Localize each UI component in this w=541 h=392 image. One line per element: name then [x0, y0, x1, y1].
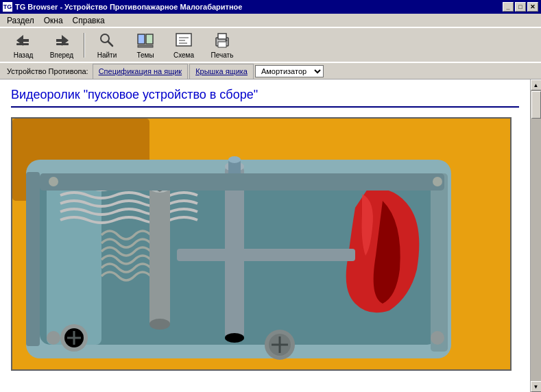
svg-rect-41 — [177, 249, 355, 261]
svg-point-30 — [228, 156, 241, 163]
svg-rect-46 — [26, 172, 40, 346]
theme-icon — [136, 31, 155, 50]
scroll-down-button[interactable]: ▼ — [531, 381, 542, 392]
schema-button[interactable]: Схема — [166, 30, 202, 60]
title-bar-controls: _ □ ✕ — [503, 2, 538, 12]
svg-rect-6 — [138, 34, 145, 44]
svg-point-43 — [433, 177, 442, 186]
page-title-container: Видеоролик "пусковое устройство в сборе" — [11, 88, 519, 108]
find-label: Найти — [97, 51, 117, 59]
svg-point-44 — [47, 331, 60, 345]
window-title: TG Browser - Устройство Противопажарное … — [15, 3, 242, 11]
video-frame[interactable] — [11, 117, 512, 371]
toolbar-separator-1 — [84, 33, 85, 58]
scroll-up-button[interactable]: ▲ — [531, 79, 542, 90]
video-content — [12, 119, 510, 369]
svg-rect-14 — [218, 34, 226, 39]
main-area: Видеоролик "пусковое устройство в сборе" — [0, 79, 541, 392]
svg-point-28 — [225, 333, 244, 343]
scroll-thumb[interactable] — [531, 91, 541, 119]
find-icon — [97, 31, 117, 50]
title-bar: TG TG Browser - Устройство Противопажарн… — [0, 0, 541, 14]
scrollbar[interactable]: ▲ ▼ — [530, 79, 541, 392]
title-bar-text: TG TG Browser - Устройство Противопажарн… — [3, 2, 242, 12]
back-label: Назад — [14, 51, 34, 59]
svg-point-16 — [226, 40, 228, 42]
print-label: Печать — [211, 51, 234, 59]
app-icon: TG — [3, 2, 12, 12]
svg-rect-7 — [146, 34, 153, 44]
toolbar: Назад Вперед Найти Темы — [0, 27, 541, 63]
breadcrumb-bar: Устройство Противопа: Спецификация на ящ… — [0, 63, 541, 79]
svg-rect-1 — [16, 43, 29, 45]
forward-label: Вперед — [50, 51, 73, 59]
svg-point-42 — [49, 177, 58, 186]
close-button[interactable]: ✕ — [527, 2, 538, 12]
find-button[interactable]: Найти — [89, 30, 125, 60]
menu-item-spravka[interactable]: Справка — [69, 14, 109, 27]
forward-icon — [52, 31, 71, 50]
page-title: Видеоролик "пусковое устройство в сборе" — [11, 88, 258, 101]
print-icon — [213, 31, 232, 50]
schema-label: Схема — [173, 51, 194, 59]
menu-item-razdel[interactable]: Раздел — [3, 14, 38, 27]
breadcrumb-tab-2[interactable]: Крышка ящика — [189, 64, 254, 79]
schema-icon — [174, 31, 193, 50]
svg-rect-3 — [56, 43, 69, 45]
menu-bar: Раздел Окна Справка — [0, 14, 541, 27]
svg-line-5 — [108, 42, 113, 47]
breadcrumb-prefix: Устройство Противопа: — [3, 66, 93, 77]
theme-button[interactable]: Темы — [128, 30, 163, 60]
svg-rect-22 — [149, 187, 170, 324]
back-icon — [14, 31, 33, 50]
print-button[interactable]: Печать — [204, 30, 240, 60]
content-area: Видеоролик "пусковое устройство в сборе" — [0, 79, 530, 392]
svg-rect-15 — [218, 42, 226, 47]
breadcrumb-tab-1[interactable]: Спецификация на ящик — [93, 64, 189, 79]
back-button[interactable]: Назад — [5, 30, 41, 60]
breadcrumb-dropdown[interactable]: Амортизатор — [255, 65, 324, 77]
scroll-track[interactable] — [531, 90, 542, 381]
minimize-button[interactable]: _ — [503, 2, 514, 12]
svg-rect-39 — [431, 173, 448, 352]
svg-point-45 — [431, 331, 444, 345]
forward-button[interactable]: Вперед — [44, 30, 80, 60]
svg-point-24 — [149, 319, 170, 330]
svg-rect-8 — [138, 45, 153, 47]
theme-label: Темы — [136, 51, 154, 59]
svg-rect-9 — [176, 34, 191, 46]
svg-rect-40 — [40, 173, 444, 191]
menu-item-okna[interactable]: Окна — [40, 14, 67, 27]
maximize-button[interactable]: □ — [515, 2, 526, 12]
